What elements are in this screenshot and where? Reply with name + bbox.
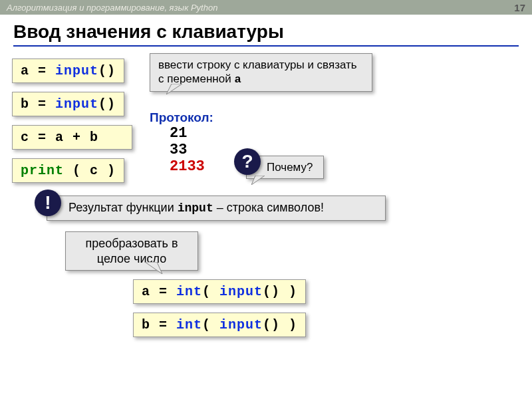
code-line-2: b = input()	[12, 92, 124, 116]
course-title: Алгоритмизация и программирование, язык …	[7, 3, 217, 13]
slide-title: Ввод значения с клавиатуры	[13, 21, 519, 47]
protocol-label: Протокол:	[150, 110, 213, 125]
question-icon: ?	[234, 148, 261, 175]
slide-header: Алгоритмизация и программирование, язык …	[0, 0, 532, 15]
code-int-2: b = int( input() )	[133, 313, 306, 337]
callout-tail-icon	[145, 262, 165, 274]
protocol-v3: 2133	[170, 158, 213, 175]
callout-tail-icon	[251, 176, 267, 185]
code-line-3: c = a + b	[12, 125, 132, 150]
svg-marker-1	[251, 176, 265, 185]
protocol-v2: 33	[170, 142, 213, 158]
protocol-v1: 21	[170, 125, 213, 142]
callout-result: Результат функции input – строка символо…	[47, 196, 386, 221]
svg-marker-0	[166, 84, 182, 94]
code-line-1: a = input()	[12, 59, 124, 83]
page-number: 17	[514, 2, 525, 13]
svg-marker-2	[145, 262, 162, 274]
code-int-1: a = int( input() )	[133, 279, 306, 304]
callout-tail-icon	[166, 84, 186, 94]
code-line-4: print ( c )	[12, 158, 124, 183]
callout-convert: преобразовать в целое число	[65, 231, 198, 271]
exclaim-icon: !	[35, 190, 61, 216]
